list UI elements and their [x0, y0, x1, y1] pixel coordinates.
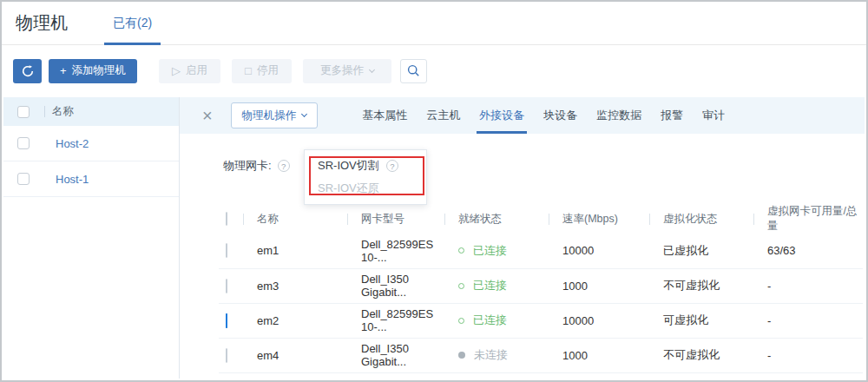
add-host-label: 添加物理机: [72, 63, 127, 78]
menu-item-sriov-split[interactable]: SR-IOV切割 ?: [305, 155, 426, 177]
nic-available: 63/63: [753, 234, 863, 268]
tab-existing[interactable]: 已有(2): [104, 2, 161, 45]
col-header-available: 虚拟网卡可用量/总量: [753, 204, 863, 234]
status-badge: 未连接: [458, 347, 549, 363]
tab-existing-label: 已有(2): [113, 16, 152, 31]
help-icon[interactable]: ?: [386, 160, 398, 172]
more-actions-button[interactable]: 更多操作: [303, 59, 391, 83]
nic-model: Dell_82599ES 10-...: [347, 234, 444, 268]
content-area: 名称 Host-2 Host-1 × 物理机操作 基本属性 云: [3, 97, 865, 379]
nic-checkbox[interactable]: [226, 279, 227, 293]
status-badge: 已连接: [458, 243, 549, 259]
tab-active-underline: [104, 43, 161, 45]
table-row: em1 Dell_82599ES 10-... 已连接 10000 已虚拟化 6…: [219, 234, 863, 268]
add-host-button[interactable]: + 添加物理机: [49, 59, 137, 83]
nic-name: em2: [243, 303, 347, 338]
chevron-down-icon: [369, 66, 375, 72]
host-actions-label: 物理机操作: [242, 109, 297, 123]
tab-alerts[interactable]: 报警: [651, 97, 693, 134]
toolbar: + 添加物理机 ▷ 启用 □ 停用 更多操作: [2, 45, 866, 96]
physical-machine-page: 物理机 已有(2) + 添加物理机 ▷ 启用 □ 停用 更多操作: [0, 0, 868, 382]
col-header-status: 就绪状态: [444, 204, 549, 234]
col-header-model: 网卡型号: [347, 204, 444, 234]
physical-nic-label: 物理网卡:: [223, 158, 272, 174]
tab-external-devices[interactable]: 外接设备: [470, 97, 534, 134]
table-row: em2 Dell_82599ES 10-... 已连接 10000 可虚拟化 -: [219, 303, 863, 338]
nic-model: Dell_I350 Gigabit...: [347, 338, 444, 372]
host-link[interactable]: Host-2: [56, 137, 89, 150]
tab-vm-instances[interactable]: 云主机: [417, 97, 470, 134]
nic-table-header-row: 名称 网卡型号 就绪状态 速率(Mbps) 虚拟化状态 虚拟网卡可用量/总量: [219, 204, 863, 234]
tab-block-devices[interactable]: 块设备: [534, 97, 587, 134]
host-name-column-header: 名称: [52, 104, 74, 119]
search-button[interactable]: [400, 59, 427, 83]
detail-tabs: 基本属性 云主机 外接设备 块设备 监控数据 报警 审计: [352, 97, 734, 134]
nic-model: Dell_I350 Gigabit...: [347, 268, 444, 303]
header-divider: [44, 106, 45, 117]
refresh-button[interactable]: [13, 59, 42, 83]
tab-audit[interactable]: 审计: [693, 97, 734, 134]
connected-icon: [458, 318, 464, 324]
connected-icon: [458, 283, 464, 289]
nic-checkbox[interactable]: [226, 243, 227, 258]
select-all-nics-checkbox[interactable]: [226, 212, 227, 226]
nic-available: -: [753, 338, 863, 372]
nic-speed: 10000: [549, 303, 649, 338]
host-detail-panel: × 物理机操作 基本属性 云主机 外接设备 块设备 监控数据 报警 审计 物理网…: [180, 97, 865, 379]
nic-available: -: [753, 303, 863, 338]
nic-speed: 1000: [549, 338, 649, 372]
menu-item-sriov-restore[interactable]: SR-IOV还原: [305, 177, 426, 200]
table-row: em3 Dell_I350 Gigabit... 已连接 1000 不可虚拟化 …: [219, 268, 863, 303]
status-badge: 已连接: [458, 313, 549, 328]
nic-available: -: [753, 268, 863, 303]
tab-basic-properties[interactable]: 基本属性: [352, 97, 417, 134]
host-link[interactable]: Host-1: [56, 173, 89, 186]
host-list-item[interactable]: Host-1: [3, 161, 179, 197]
nic-table: 名称 网卡型号 就绪状态 速率(Mbps) 虚拟化状态 虚拟网卡可用量/总量 e…: [219, 204, 863, 373]
plus-icon: +: [60, 64, 67, 77]
table-row: em4 Dell_I350 Gigabit... 未连接 1000 不可虚拟化 …: [219, 338, 863, 372]
host-checkbox[interactable]: [17, 137, 30, 149]
disable-button[interactable]: □ 停用: [232, 59, 292, 83]
more-actions-label: 更多操作: [320, 63, 364, 78]
nic-virtualization: 不可虚拟化: [649, 268, 753, 303]
nic-virtualization: 可虚拟化: [649, 303, 753, 338]
detail-header: × 物理机操作 基本属性 云主机 外接设备 块设备 监控数据 报警 审计: [180, 97, 865, 134]
nic-name: em1: [243, 234, 347, 268]
select-all-hosts-checkbox[interactable]: [17, 106, 30, 118]
tab-active-underline: [477, 131, 527, 134]
tab-monitoring-data[interactable]: 监控数据: [587, 97, 651, 134]
connected-icon: [458, 247, 464, 254]
nic-name: em4: [243, 338, 347, 372]
col-header-speed: 速率(Mbps): [549, 204, 649, 234]
enable-label: 启用: [186, 63, 207, 78]
page-header: 物理机 已有(2): [2, 2, 866, 45]
help-icon[interactable]: ?: [278, 160, 290, 172]
disconnected-icon: [458, 352, 465, 359]
physical-nic-label-row: 物理网卡: ?: [223, 158, 290, 174]
host-list-header: 名称: [3, 97, 179, 126]
play-icon: ▷: [172, 64, 181, 77]
nic-speed: 1000: [549, 268, 649, 303]
refresh-icon: [21, 64, 35, 78]
host-actions-button[interactable]: 物理机操作: [231, 102, 319, 128]
status-badge: 已连接: [458, 278, 549, 293]
enable-button[interactable]: ▷ 启用: [159, 59, 220, 83]
nic-model: Dell_82599ES 10-...: [347, 303, 444, 338]
nic-name: em3: [243, 268, 347, 303]
page-title: 物理机: [2, 11, 68, 35]
disable-label: 停用: [257, 63, 279, 78]
sriov-actions-menu: SR-IOV切割 ? SR-IOV还原: [304, 149, 427, 205]
host-list-item[interactable]: Host-2: [3, 126, 179, 161]
close-icon[interactable]: ×: [202, 107, 213, 124]
nic-speed: 10000: [549, 234, 649, 268]
chevron-down-icon: [301, 111, 307, 117]
stop-icon: □: [245, 64, 252, 77]
nic-virtualization: 已虚拟化: [649, 234, 753, 268]
col-header-virtualization: 虚拟化状态: [649, 204, 753, 234]
nic-checkbox[interactable]: [226, 313, 227, 328]
host-list-panel: 名称 Host-2 Host-1: [3, 97, 180, 379]
host-checkbox[interactable]: [17, 173, 30, 185]
search-icon: [406, 63, 421, 78]
nic-checkbox[interactable]: [226, 348, 227, 363]
